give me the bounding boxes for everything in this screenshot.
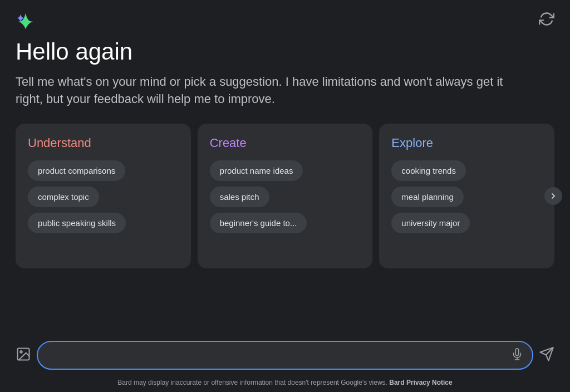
input-area <box>0 341 570 370</box>
chip-meal-planning[interactable]: meal planning <box>391 187 463 207</box>
chevron-right-icon <box>549 192 558 200</box>
main-content: Hello again Tell me what's on your mind … <box>0 31 570 268</box>
image-upload-button[interactable] <box>16 346 31 364</box>
bard-star-icon <box>16 11 36 31</box>
explore-card-title: Explore <box>391 136 542 150</box>
bard-logo <box>16 11 36 31</box>
explore-chip-list: cooking trends meal planning university … <box>391 160 542 233</box>
send-button[interactable] <box>539 346 554 364</box>
next-suggestions-button[interactable] <box>544 187 562 205</box>
send-icon <box>539 346 554 362</box>
chat-input[interactable] <box>47 350 507 360</box>
greeting-title: Hello again <box>16 38 554 66</box>
chip-product-name-ideas[interactable]: product name ideas <box>210 160 303 181</box>
create-chip-list: product name ideas sales pitch beginner'… <box>210 160 361 233</box>
header <box>0 0 570 31</box>
chip-university-major[interactable]: university major <box>391 213 470 233</box>
greeting-subtitle: Tell me what's on your mind or pick a su… <box>16 74 528 108</box>
svg-point-1 <box>20 351 22 353</box>
create-card: Create product name ideas sales pitch be… <box>198 124 373 268</box>
text-input-wrapper <box>37 341 533 370</box>
chip-sales-pitch[interactable]: sales pitch <box>210 187 269 207</box>
refresh-icon <box>539 11 554 27</box>
understand-card: Understand product comparisons complex t… <box>16 124 191 268</box>
footer-disclaimer: Bard may display inaccurate or offensive… <box>117 379 387 386</box>
privacy-notice-link[interactable]: Bard Privacy Notice <box>389 379 452 386</box>
footer: Bard may display inaccurate or offensive… <box>0 379 570 386</box>
suggestion-cards: Understand product comparisons complex t… <box>16 124 554 268</box>
chip-complex-topic[interactable]: complex topic <box>28 187 99 207</box>
chip-product-comparisons[interactable]: product comparisons <box>28 160 125 181</box>
microphone-icon <box>511 348 523 360</box>
image-upload-icon <box>16 346 31 362</box>
chip-public-speaking[interactable]: public speaking skills <box>28 213 126 233</box>
refresh-button[interactable] <box>539 11 554 29</box>
explore-card: Explore cooking trends meal planning uni… <box>379 124 554 268</box>
chip-cooking-trends[interactable]: cooking trends <box>391 160 466 181</box>
create-card-title: Create <box>210 136 361 150</box>
understand-card-title: Understand <box>28 136 179 150</box>
understand-chip-list: product comparisons complex topic public… <box>28 160 179 233</box>
chip-beginners-guide[interactable]: beginner's guide to... <box>210 213 307 233</box>
microphone-button[interactable] <box>511 348 523 362</box>
